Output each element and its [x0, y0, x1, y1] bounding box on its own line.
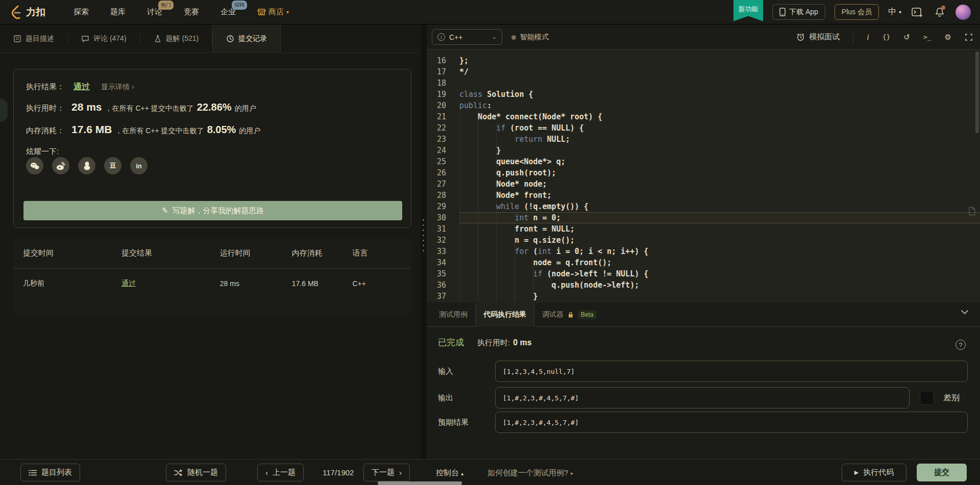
- problem-list-button[interactable]: 题目列表: [20, 464, 80, 481]
- notifications-bell-icon[interactable]: [933, 6, 946, 19]
- tab-description[interactable]: 题目描述: [0, 24, 67, 53]
- nav-discuss[interactable]: 讨论热门: [147, 7, 162, 17]
- leetcode-logo-icon: [9, 5, 22, 20]
- leetcode-logo[interactable]: 力扣: [9, 5, 45, 20]
- tab-testcase[interactable]: 测试用例: [431, 302, 475, 326]
- output-value-box[interactable]: [1,#,2,3,#,4,5,7,#]: [495, 387, 910, 409]
- panel-resize-handle[interactable]: [421, 24, 427, 459]
- diff-label[interactable]: 差别: [943, 393, 960, 403]
- random-question-button[interactable]: 随机一题: [166, 464, 226, 481]
- code-line[interactable]: 23 return NULL;: [427, 134, 980, 145]
- console-toggle[interactable]: 控制台 ▴: [436, 468, 463, 478]
- share-icons: 豆 in: [26, 157, 148, 174]
- expected-field-row: 预期结果 [1,#,2,3,#,4,5,7,#]: [438, 412, 969, 433]
- code-line[interactable]: 34 node = q.front();: [427, 257, 980, 268]
- testcase-help-link[interactable]: 如何创建一个测试用例? ▾: [487, 468, 573, 478]
- diff-toggle[interactable]: [920, 391, 934, 405]
- code-line[interactable]: 18: [427, 78, 980, 89]
- code-line[interactable]: 28 Node* front;: [427, 190, 980, 201]
- submission-language: C++: [353, 279, 402, 288]
- editor-toolbar: i C++ ⌄ 智能模式 模拟面试 i {} ↺ >_: [427, 24, 980, 49]
- next-question-button[interactable]: 下一题 ›: [363, 464, 410, 481]
- code-line[interactable]: 29 while (!q.empty()) {: [427, 201, 980, 212]
- code-line[interactable]: 19class Solution {: [427, 89, 980, 100]
- nav-explore[interactable]: 探索: [74, 7, 89, 17]
- result-label: 执行结果：: [26, 82, 64, 92]
- nav-store[interactable]: 商店 ▾: [257, 7, 289, 17]
- side-drawer-handle[interactable]: [0, 98, 8, 122]
- language-select[interactable]: i C++ ⌄: [432, 29, 502, 45]
- show-details-link[interactable]: 显示详情 ›: [101, 83, 134, 92]
- mock-interview-button[interactable]: 模拟面试: [796, 32, 840, 42]
- weibo-share-icon[interactable]: [52, 157, 69, 174]
- code-line[interactable]: 31 front = NULL;: [427, 223, 980, 235]
- code-line[interactable]: 33 for (int i = 0; i < n; i++) {: [427, 246, 980, 257]
- tab-comments[interactable]: 评论 (474): [68, 24, 140, 53]
- user-avatar[interactable]: [955, 5, 971, 20]
- help-icon[interactable]: ?: [955, 340, 966, 350]
- plus-member-button[interactable]: Plus 会员: [835, 4, 879, 20]
- memory-value: 17.6 MB: [71, 123, 112, 136]
- code-line[interactable]: 24 }: [427, 145, 980, 156]
- page-corner-icon[interactable]: [968, 207, 976, 216]
- editor-panel: i C++ ⌄ 智能模式 模拟面试 i {} ↺ >_: [427, 24, 980, 459]
- tab-solutions[interactable]: 题解 (521): [140, 24, 212, 53]
- input-value-box[interactable]: [1,2,3,4,5,null,7]: [495, 361, 968, 382]
- collapse-console-icon[interactable]: [961, 310, 969, 315]
- code-line[interactable]: 35 if (node->left != NULL) {: [427, 268, 980, 279]
- fullscreen-icon[interactable]: [965, 33, 973, 41]
- settings-gear-icon[interactable]: ⚙: [945, 33, 951, 42]
- linkedin-share-icon[interactable]: in: [130, 157, 148, 174]
- tab-run-result[interactable]: 代码执行结果: [475, 302, 534, 327]
- code-text: */: [459, 66, 980, 78]
- submission-row[interactable]: 几秒前 通过 28 ms 17.6 MB C++: [13, 269, 411, 298]
- console-shortcut-icon[interactable]: >_: [923, 33, 932, 41]
- douban-share-icon[interactable]: 豆: [104, 157, 121, 174]
- status-passed-link[interactable]: 通过: [74, 82, 90, 92]
- line-number: 31: [427, 223, 459, 235]
- editor-scrollbar[interactable]: [975, 52, 979, 133]
- code-text: return NULL;: [459, 134, 980, 145]
- write-solution-button[interactable]: ✎ 写题解，分享我的解题思路: [23, 201, 402, 220]
- tab-debugger[interactable]: 调试器 Beta: [534, 302, 604, 326]
- code-editor[interactable]: 16};17*/1819class Solution {20public:21 …: [427, 49, 980, 302]
- code-line[interactable]: 22 if (root == NULL) {: [427, 122, 980, 134]
- download-app-button[interactable]: 下载 App: [772, 4, 825, 20]
- problem-tabbar: 题目描述 评论 (474) 题解 (521) 提交记录: [0, 24, 421, 53]
- language-switcher[interactable]: 中▾: [888, 7, 901, 17]
- nav-enterprise[interactable]: 企业招聘: [220, 7, 236, 17]
- nav-problems[interactable]: 题库: [110, 7, 126, 17]
- tab-submissions[interactable]: 提交记录: [212, 24, 281, 53]
- result-status-row: 执行结果： 通过 显示详情 ›: [26, 82, 134, 92]
- submit-button[interactable]: 提交: [917, 464, 967, 481]
- run-code-button[interactable]: ▶ 执行代码: [842, 464, 906, 481]
- code-line[interactable]: 32 n = q.size();: [427, 235, 980, 246]
- reset-code-icon[interactable]: ↺: [903, 33, 910, 42]
- editor-info-icon[interactable]: i: [867, 33, 869, 42]
- top-nav: 力扣 探索 题库 讨论热门 竞赛 企业招聘 商店 ▾ 新功能 下载 App Pl…: [0, 0, 980, 24]
- code-line[interactable]: 36 q.push(node->left);: [427, 279, 980, 291]
- playground-icon[interactable]: [911, 6, 924, 19]
- output-field-row: 输出 [1,#,2,3,#,4,5,7,#] 差别: [438, 387, 969, 409]
- expected-value-box[interactable]: [1,#,2,3,#,4,5,7,#]: [495, 412, 968, 433]
- code-line[interactable]: 37 }: [427, 291, 980, 302]
- smart-mode[interactable]: 智能模式: [511, 33, 549, 42]
- qq-share-icon[interactable]: [78, 157, 95, 174]
- wechat-share-icon[interactable]: [26, 157, 43, 174]
- code-line[interactable]: 20public:: [427, 100, 980, 111]
- submission-result-link[interactable]: 通过: [121, 279, 220, 288]
- lock-icon: [568, 311, 574, 318]
- code-line[interactable]: 25 queue<Node*> q;: [427, 156, 980, 167]
- code-line[interactable]: 27 Node* node;: [427, 178, 980, 190]
- line-number: 30: [427, 212, 459, 223]
- new-feature-ribbon[interactable]: 新功能: [733, 0, 763, 21]
- code-line[interactable]: 30 int n = 0;: [427, 212, 980, 223]
- code-line[interactable]: 16};: [427, 55, 980, 66]
- nav-contest[interactable]: 竞赛: [184, 7, 199, 17]
- code-line[interactable]: 17*/: [427, 66, 980, 78]
- prev-question-button[interactable]: ‹ 上一题: [257, 464, 304, 481]
- code-line[interactable]: 21 Node* connect(Node* root) {: [427, 111, 980, 122]
- format-code-icon[interactable]: {}: [883, 33, 891, 41]
- code-text: for (int i = 0; i < n; i++) {: [459, 246, 980, 257]
- code-line[interactable]: 26 q.push(root);: [427, 167, 980, 178]
